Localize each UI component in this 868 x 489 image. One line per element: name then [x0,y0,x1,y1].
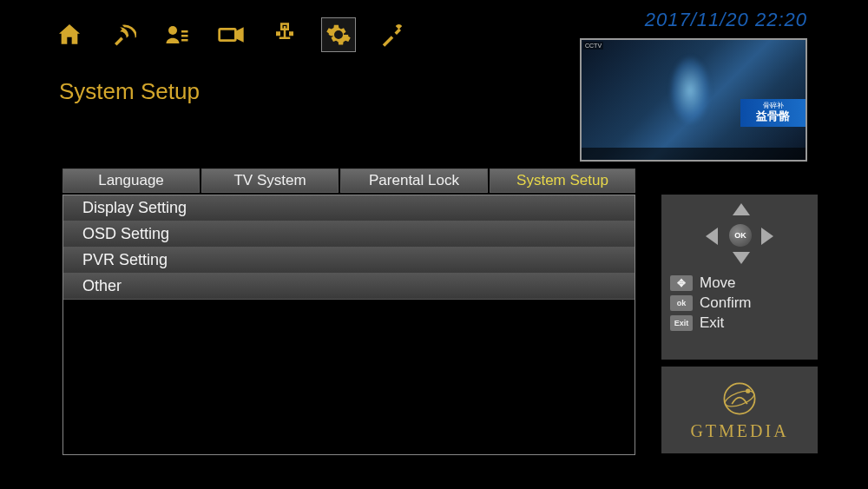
exit-badge-icon: Exit [670,315,693,331]
pip-footer [582,148,806,160]
network-icon[interactable] [267,17,302,52]
arrow-down-icon [733,252,750,264]
pip-preview: CCTV 骨碎补 益骨骼 [580,38,807,162]
tab-bar: Language TV System Parental Lock System … [62,169,635,193]
brand-logo-icon [720,380,759,418]
page-title: System Setup [59,78,200,105]
svg-point-5 [746,388,750,393]
pip-banner: 骨碎补 益骨骼 [740,99,806,127]
hint-panel: OK ✥ Move ok Confirm Exit Exit [661,195,818,360]
hint-confirm: ok Confirm [670,294,809,312]
dpad-icon: OK [700,203,779,264]
list-item-pvr-setting[interactable]: PVR Setting [63,248,635,274]
arrow-up-icon [733,203,750,215]
tab-language[interactable]: Language [62,169,200,193]
svg-point-3 [724,383,754,413]
ok-icon: OK [729,224,752,247]
home-icon[interactable] [52,17,87,52]
hint-exit-label: Exit [700,314,724,332]
settings-icon[interactable] [321,17,356,52]
tab-system-setup[interactable]: System Setup [490,169,635,193]
brand-text: GTMEDIA [690,421,788,441]
list-item-other[interactable]: Other [63,274,635,300]
list-item-osd-setting[interactable]: OSD Setting [63,221,635,248]
user-icon[interactable] [160,17,194,52]
move-badge-icon: ✥ [670,275,693,291]
datetime-label: 2017/11/20 22:20 [645,9,807,31]
arrow-right-icon [761,228,773,245]
tab-tv-system[interactable]: TV System [201,169,339,193]
satellite-icon[interactable] [106,17,141,52]
hint-confirm-label: Confirm [700,294,752,312]
svg-point-4 [723,387,756,409]
tab-parental-lock[interactable]: Parental Lock [340,169,488,193]
menu-panel: Display Setting OSD Setting PVR Setting … [62,195,635,455]
svg-point-0 [168,26,177,35]
ok-badge-icon: ok [670,295,693,311]
pip-channel-tag: CCTV [583,42,603,50]
hint-move: ✥ Move [670,274,809,292]
tools-icon[interactable] [375,17,410,52]
list-item-display-setting[interactable]: Display Setting [63,195,635,221]
video-icon[interactable] [214,17,248,52]
arrow-left-icon [706,228,718,245]
hint-move-label: Move [700,274,736,292]
brand-panel: GTMEDIA [661,367,818,453]
hint-exit: Exit Exit [670,314,809,332]
svg-rect-1 [220,29,236,40]
